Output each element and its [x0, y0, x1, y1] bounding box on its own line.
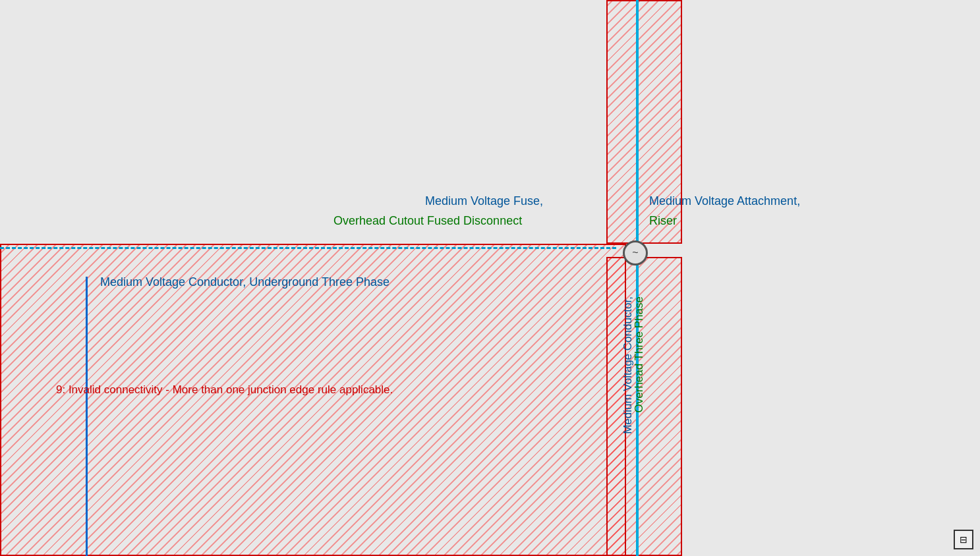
- border-main: [0, 244, 626, 556]
- underground-conductor-line: [0, 247, 616, 249]
- attachment-label-line2: Riser: [649, 214, 677, 228]
- fuse-label-line2: Overhead Cutout Fused Disconnect: [333, 214, 522, 228]
- bottom-right-icon[interactable]: ⊟: [954, 530, 973, 549]
- fuse-label-line1: Medium Voltage Fuse,: [425, 194, 543, 208]
- junction-symbol: ~: [623, 240, 648, 265]
- overhead-vertical-label-line2: Overhead Three Phase: [633, 296, 646, 412]
- overhead-vertical-line: [636, 0, 639, 556]
- error-label: 9: Invalid connectivity - More than one …: [56, 383, 393, 397]
- underground-label: Medium Voltage Conductor, Underground Th…: [100, 275, 389, 289]
- attachment-label-line1: Medium Voltage Attachment,: [649, 194, 800, 208]
- tilde-icon: ~: [632, 247, 638, 259]
- left-vertical-conductor: [86, 277, 88, 556]
